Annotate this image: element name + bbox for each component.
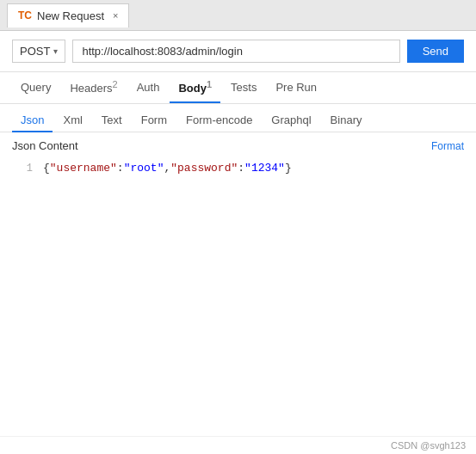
- content-header: Json Content Format: [0, 132, 476, 156]
- body-tabs: Json Xml Text Form Form-encode Graphql B…: [0, 104, 476, 132]
- body-tab-xml[interactable]: Xml: [54, 109, 90, 132]
- format-button[interactable]: Format: [431, 140, 464, 152]
- body-badge: 1: [207, 79, 212, 89]
- code-content: {"username":"root","password":"1234"}: [43, 159, 464, 178]
- main-content: POST ▾ Send Query Headers2 Auth Body1 Te…: [0, 31, 476, 454]
- tab-query[interactable]: Query: [12, 74, 59, 102]
- tab-pre-run[interactable]: Pre Run: [267, 74, 325, 102]
- body-tab-form-encode[interactable]: Form-encode: [177, 109, 261, 132]
- json-key-password: "password": [170, 162, 238, 175]
- json-close-brace: }: [285, 162, 292, 175]
- json-value-root: "root": [124, 162, 164, 175]
- code-line-1: 1 {"username":"root","password":"1234"}: [12, 159, 464, 178]
- footer-text: CSDN @svgh123: [391, 440, 466, 451]
- url-bar: POST ▾ Send: [0, 31, 476, 72]
- body-tab-form[interactable]: Form: [133, 109, 176, 132]
- tab-auth[interactable]: Auth: [128, 74, 169, 102]
- json-open-brace: {: [43, 162, 50, 175]
- json-value-1234: "1234": [244, 162, 285, 175]
- json-key-username: "username": [50, 162, 117, 175]
- tc-logo: TC: [18, 9, 32, 21]
- content-title: Json Content: [12, 139, 78, 152]
- method-select[interactable]: POST ▾: [12, 40, 65, 63]
- chevron-down-icon: ▾: [53, 46, 58, 56]
- body-tab-graphql[interactable]: Graphql: [263, 109, 319, 132]
- line-number: 1: [12, 159, 33, 178]
- nav-tabs: Query Headers2 Auth Body1 Tests Pre Run: [0, 72, 476, 104]
- content-area: Json Content Format 1 {"username":"root"…: [0, 132, 476, 436]
- close-icon[interactable]: ×: [113, 10, 118, 21]
- headers-badge: 2: [113, 79, 118, 89]
- main-tab[interactable]: TC New Request ×: [7, 3, 129, 28]
- method-label: POST: [20, 45, 50, 58]
- body-tab-json[interactable]: Json: [12, 109, 53, 132]
- tab-tests[interactable]: Tests: [222, 74, 265, 102]
- tab-label: New Request: [37, 9, 104, 22]
- tab-body[interactable]: Body1: [170, 72, 220, 103]
- json-colon-1: :: [117, 162, 124, 175]
- tab-headers[interactable]: Headers2: [61, 72, 126, 103]
- title-bar: TC New Request ×: [0, 0, 476, 31]
- send-button[interactable]: Send: [407, 40, 464, 63]
- url-input[interactable]: [72, 40, 399, 63]
- footer: CSDN @svgh123: [0, 436, 476, 454]
- body-tab-text[interactable]: Text: [93, 109, 131, 132]
- body-tab-binary[interactable]: Binary: [322, 109, 371, 132]
- json-colon-2: :: [238, 162, 244, 175]
- code-editor[interactable]: 1 {"username":"root","password":"1234"}: [0, 156, 476, 436]
